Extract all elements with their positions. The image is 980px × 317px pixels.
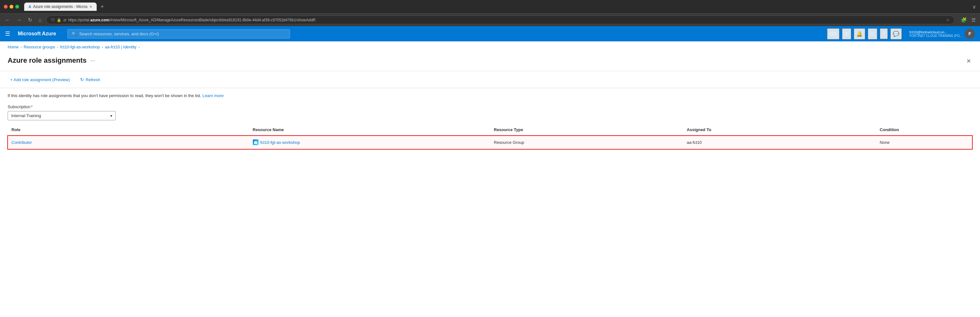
- breadcrumb-sep-1: ›: [21, 45, 22, 49]
- feedback-icon[interactable]: 💬: [890, 28, 902, 40]
- breadcrumb: Home › Resource groups › fct10-fgt-as-wo…: [0, 42, 980, 53]
- home-button[interactable]: ⌂: [37, 16, 44, 24]
- back-button[interactable]: ←: [3, 16, 12, 24]
- role-assignments-table-section: Role Resource Name Resource Type Assigne…: [0, 124, 980, 149]
- contributor-role-link[interactable]: Contributor: [11, 140, 245, 145]
- table-body: Contributor fct10-fgt-as-workshop: [8, 136, 972, 149]
- hamburger-menu-icon[interactable]: ☰: [5, 30, 10, 37]
- breadcrumb-home[interactable]: Home: [8, 45, 19, 49]
- info-section: If this identity has role assignments th…: [0, 88, 980, 102]
- url-prefix: https://portal.: [68, 18, 90, 22]
- assigned-to-cell: aa-fct10: [683, 136, 876, 149]
- role-assignments-table: Role Resource Name Resource Type Assigne…: [8, 124, 972, 149]
- learn-more-link[interactable]: Learn more: [202, 93, 224, 98]
- column-header-condition: Condition: [876, 124, 972, 136]
- browser-menu-icon[interactable]: ☰: [970, 16, 977, 24]
- settings-gear-icon[interactable]: ⚙: [868, 28, 877, 40]
- url-display[interactable]: https://portal.azure.com/#view/Microsoft…: [68, 18, 944, 22]
- page-title-area: Azure role assignments ···: [8, 56, 95, 65]
- browser-toolbar-icons: 🧩 ☰: [960, 16, 977, 24]
- maximize-dot[interactable]: [15, 5, 19, 9]
- condition-cell: None: [876, 136, 972, 149]
- extensions-icon[interactable]: 🧩: [960, 16, 968, 24]
- window-controls: ∨: [972, 4, 976, 10]
- cloud-shell-icon[interactable]: ⌨: [827, 28, 840, 40]
- url-path: /#view/Microsoft_Azure_AD/ManageAzureRes…: [109, 18, 315, 22]
- close-button[interactable]: ✕: [965, 56, 972, 66]
- page-header: Azure role assignments ··· ✕: [0, 53, 980, 71]
- subscription-section: Subscription* Internal-Training ▾: [0, 102, 980, 124]
- column-header-assigned-to: Assigned To: [683, 124, 876, 136]
- azure-header: ☰ Microsoft Azure 🔍 Search resources, se…: [0, 26, 980, 42]
- breadcrumb-workshop[interactable]: fct10-fgt-as-workshop: [60, 45, 100, 49]
- search-placeholder: Search resources, services, and docs (G+…: [79, 32, 159, 36]
- required-indicator: *: [31, 104, 33, 109]
- notifications-icon[interactable]: 🔔: [854, 28, 865, 40]
- table-header-row: Role Resource Name Resource Type Assigne…: [8, 124, 972, 136]
- resource-name-link[interactable]: fct10-fgt-as-workshop: [253, 139, 487, 145]
- add-role-assignment-button[interactable]: + Add role assignment (Preview): [8, 75, 73, 84]
- refresh-icon: ↻: [80, 77, 84, 82]
- breadcrumb-resource-groups[interactable]: Resource groups: [24, 45, 55, 49]
- page-options-menu-icon[interactable]: ···: [90, 57, 95, 64]
- browser-chrome: A Azure role assignments - Micros ✕ + ∨ …: [0, 0, 980, 26]
- user-display-name: fct10@fortinetcloud.on...: [909, 30, 962, 34]
- address-bar[interactable]: 🛡 🔒 ⇄ https://portal.azure.com/#view/Mic…: [46, 16, 955, 24]
- resource-name-text: fct10-fgt-as-workshop: [261, 140, 300, 145]
- azure-main-content: Home › Resource groups › fct10-fgt-as-wo…: [0, 42, 980, 317]
- column-header-resource-type: Resource Type: [490, 124, 683, 136]
- svg-rect-0: [254, 142, 257, 144]
- table-row: Contributor fct10-fgt-as-workshop: [8, 136, 972, 149]
- breadcrumb-identity[interactable]: aa-fct10 | Identity: [105, 45, 137, 49]
- browser-titlebar: A Azure role assignments - Micros ✕ + ∨: [0, 0, 980, 13]
- resource-icon-svg: [254, 140, 258, 144]
- info-text: If this identity has role assignments th…: [8, 93, 972, 98]
- tunnel-icon: ⇄: [63, 18, 67, 22]
- azure-header-icons: ⌨ ⊞ 🔔 ⚙ ? 💬: [827, 28, 902, 40]
- refresh-label: Refresh: [86, 77, 100, 82]
- user-tenant: FORTINET CLOUD TRAINING (FO...: [909, 34, 962, 38]
- security-shield-icon: 🛡: [51, 18, 55, 22]
- new-tab-button[interactable]: +: [98, 3, 107, 10]
- chevron-down-icon: ▾: [110, 114, 112, 118]
- azure-search-bar[interactable]: 🔍 Search resources, services, and docs (…: [67, 29, 290, 38]
- azure-user-menu[interactable]: fct10@fortinetcloud.on... FORTINET CLOUD…: [909, 29, 975, 39]
- active-tab[interactable]: A Azure role assignments - Micros ✕: [24, 3, 97, 11]
- directory-subscription-icon[interactable]: ⊞: [842, 28, 851, 40]
- breadcrumb-sep-2: ›: [57, 45, 58, 49]
- table-header: Role Resource Name Resource Type Assigne…: [8, 124, 972, 136]
- refresh-button[interactable]: ↻: [26, 16, 34, 24]
- subscription-label: Subscription*: [8, 104, 972, 109]
- browser-tabs: A Azure role assignments - Micros ✕ +: [24, 3, 107, 11]
- tab-label: Azure role assignments - Micros: [33, 5, 88, 9]
- breadcrumb-sep-3: ›: [102, 45, 103, 49]
- azure-logo: Microsoft Azure: [18, 31, 56, 37]
- svg-rect-1: [255, 141, 257, 142]
- subscription-dropdown[interactable]: Internal-Training ▾: [8, 111, 116, 120]
- resource-group-icon: [253, 139, 259, 145]
- help-icon[interactable]: ?: [880, 28, 888, 39]
- breadcrumb-sep-4: ›: [138, 45, 140, 49]
- role-cell: Contributor: [8, 136, 249, 149]
- page-title: Azure role assignments: [8, 56, 86, 65]
- search-icon: 🔍: [72, 32, 76, 36]
- url-domain: azure.com: [90, 18, 109, 22]
- tab-close-icon[interactable]: ✕: [89, 5, 92, 9]
- page-toolbar: + Add role assignment (Preview) ↻ Refres…: [0, 71, 980, 88]
- close-dot[interactable]: [4, 5, 8, 9]
- avatar[interactable]: F: [965, 29, 975, 39]
- bookmark-icon[interactable]: ☆: [946, 18, 950, 22]
- lock-icon: 🔒: [57, 18, 61, 22]
- column-header-resource-name: Resource Name: [249, 124, 490, 136]
- refresh-button[interactable]: ↻ Refresh: [78, 75, 103, 84]
- forward-button[interactable]: →: [14, 16, 24, 24]
- resource-type-cell: Resource Group: [490, 136, 683, 149]
- minimize-dot[interactable]: [10, 5, 13, 9]
- column-header-role: Role: [8, 124, 249, 136]
- subscription-value: Internal-Training: [11, 113, 110, 118]
- browser-toolbar: ← → ↻ ⌂ 🛡 🔒 ⇄ https://portal.azure.com/#…: [0, 13, 980, 26]
- resource-name-cell: fct10-fgt-as-workshop: [249, 136, 490, 149]
- browser-dots: [4, 5, 19, 9]
- tab-favicon: A: [29, 5, 31, 9]
